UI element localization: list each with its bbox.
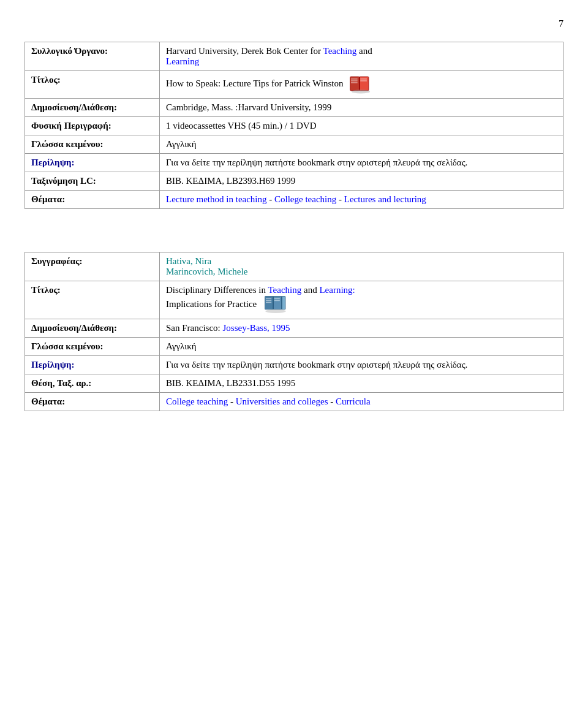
table-row: Συλλογικό Όργανο: Harvard University, De…: [25, 42, 564, 71]
value-subjects2: College teaching - Universities and coll…: [160, 393, 564, 411]
value-language: Αγγλική: [160, 135, 564, 154]
svg-rect-16: [266, 302, 271, 303]
title2-text: Disciplinary Differences in: [166, 285, 268, 295]
value-language2: Αγγλική: [160, 338, 564, 356]
svg-rect-14: [266, 298, 271, 300]
sep3: -: [230, 396, 236, 406]
value-collective: Harvard University, Derek Bok Center for…: [160, 42, 564, 71]
label-title: Τίτλος:: [25, 71, 160, 99]
link-subject4[interactable]: College teaching: [166, 396, 228, 406]
link-author2[interactable]: Marincovich, Michele: [166, 267, 247, 276]
label-pub: Δημοσίευση/Διάθεση:: [25, 99, 160, 117]
page-number: 7: [24, 18, 564, 29]
and-text: and: [356, 46, 372, 56]
svg-rect-15: [266, 300, 271, 302]
value-title: How to Speak: Lecture Tips for Patrick W…: [160, 71, 564, 99]
svg-point-8: [352, 89, 370, 93]
table-row: Τίτλος: Disciplinary Differences in Teac…: [25, 281, 564, 319]
table-row: Περίληψη: Για να δείτε την περίληψη πατή…: [25, 154, 564, 172]
table-row: Συγγραφέας: Hativa, Nira Marincovich, Mi…: [25, 252, 564, 281]
link-learning2[interactable]: Learning:: [319, 285, 355, 295]
value-abstract2: Για να δείτε την περίληψη πατήστε bookma…: [160, 356, 564, 374]
and2: and: [301, 285, 319, 295]
sep2: -: [339, 194, 344, 204]
record-2-table: Συγγραφέας: Hativa, Nira Marincovich, Mi…: [24, 252, 564, 411]
table-row: Δημοσίευση/Διάθεση: Cambridge, Mass. :Ha…: [25, 99, 564, 117]
label-language: Γλώσσα κειμένου:: [25, 135, 160, 154]
table-row: Θέματα: Lecture method in teaching - Col…: [25, 191, 564, 209]
svg-rect-17: [274, 298, 280, 300]
value-title2: Disciplinary Differences in Teaching and…: [160, 281, 564, 319]
value-pub2: San Francisco: Jossey-Bass, 1995: [160, 319, 564, 338]
spacer: [24, 233, 564, 252]
value-pub: Cambridge, Mass. :Harvard University, 19…: [160, 99, 564, 117]
link-author1[interactable]: Hativa, Nira: [166, 256, 211, 266]
table-row: Γλώσσα κειμένου: Αγγλική: [25, 135, 564, 154]
value-subjects: Lecture method in teaching - College tea…: [160, 191, 564, 209]
label-subjects: Θέματα:: [25, 191, 160, 209]
label-language2: Γλώσσα κειμένου:: [25, 338, 160, 356]
link-publisher[interactable]: Jossey-Bass, 1995: [222, 323, 290, 333]
label-pub2: Δημοσίευση/Διάθεση:: [25, 319, 160, 338]
link-teaching2[interactable]: Teaching: [268, 285, 301, 295]
link-subject5[interactable]: Universities and colleges: [236, 396, 328, 406]
label-abstract: Περίληψη:: [25, 154, 160, 172]
value-author: Hativa, Nira Marincovich, Michele: [160, 252, 564, 281]
link-subject6[interactable]: Curricula: [336, 396, 371, 406]
svg-rect-7: [361, 80, 368, 82]
link-subject2[interactable]: College teaching: [274, 194, 336, 204]
pub-prefix: San Francisco:: [166, 323, 222, 333]
sep1: -: [269, 194, 274, 204]
svg-rect-11: [282, 297, 285, 309]
table-row: Φυσική Περιγραφή: 1 videocassettes VHS (…: [25, 117, 564, 135]
table-row: Γλώσσα κειμένου: Αγγλική: [25, 338, 564, 356]
book-icon-2: [264, 295, 287, 315]
svg-point-19: [265, 309, 285, 313]
label-subjects2: Θέματα:: [25, 393, 160, 411]
svg-rect-6: [361, 78, 368, 80]
link-subject3[interactable]: Lectures and lecturing: [344, 194, 426, 204]
table-row: Θέση, Ταξ. αρ.: BIB. ΚΕΔΙΜΑ, LB2331.D55 …: [25, 374, 564, 393]
table-row: Δημοσίευση/Διάθεση: San Francisco: Josse…: [25, 319, 564, 338]
label-author: Συγγραφέας:: [25, 252, 160, 281]
collective-text: Harvard University, Derek Bok Center for: [166, 46, 323, 56]
label-lc: Ταξινόμηση LC:: [25, 172, 160, 191]
label-position: Θέση, Ταξ. αρ.:: [25, 374, 160, 393]
table-row: Περίληψη: Για να δείτε την περίληψη πατή…: [25, 356, 564, 374]
record-1-table: Συλλογικό Όργανο: Harvard University, De…: [24, 42, 564, 209]
svg-rect-5: [351, 82, 358, 83]
label-physical: Φυσική Περιγραφή:: [25, 117, 160, 135]
title-text: How to Speak: Lecture Tips for Patrick W…: [166, 78, 344, 88]
value-lc: BIB. ΚΕΔΙΜΑ, LB2393.H69 1999: [160, 172, 564, 191]
svg-rect-3: [351, 78, 358, 80]
link-subject1[interactable]: Lecture method in teaching: [166, 194, 267, 204]
table-row: Θέματα: College teaching - Universities …: [25, 393, 564, 411]
title2-line2: Implications for Practice: [166, 299, 257, 309]
value-abstract: Για να δείτε την περίληψη πατήστε bookma…: [160, 154, 564, 172]
book-icon: [349, 75, 372, 94]
value-physical: 1 videocassettes VHS (45 min.) / 1 DVD: [160, 117, 564, 135]
table-row: Τίτλος: How to Speak: Lecture Tips for P…: [25, 71, 564, 99]
sep4: -: [330, 396, 336, 406]
link-teaching[interactable]: Teaching: [323, 46, 357, 56]
value-position: BIB. ΚΕΔΙΜΑ, LB2331.D55 1995: [160, 374, 564, 393]
label-title2: Τίτλος:: [25, 281, 160, 319]
table-row: Ταξινόμηση LC: BIB. ΚΕΔΙΜΑ, LB2393.H69 1…: [25, 172, 564, 191]
label-abstract2: Περίληψη:: [25, 356, 160, 374]
svg-rect-18: [274, 300, 280, 302]
svg-rect-4: [351, 80, 358, 82]
label-collective: Συλλογικό Όργανο:: [25, 42, 160, 71]
link-learning[interactable]: Learning: [166, 56, 199, 66]
